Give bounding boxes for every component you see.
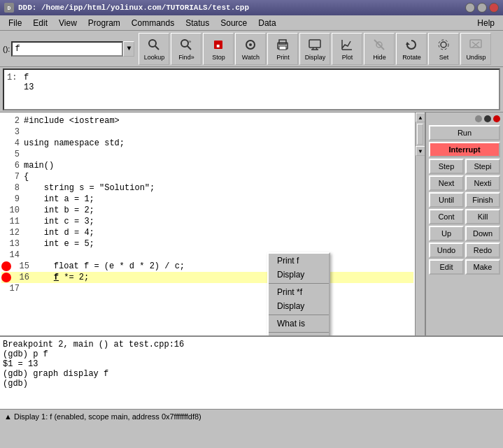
ctx-print-f[interactable]: Print f — [269, 254, 329, 268]
stop-button[interactable]: ■ Stop — [203, 33, 234, 65]
kill-button[interactable]: Kill — [465, 209, 500, 224]
code-line-12: 12 int d = 4; — [1, 227, 413, 238]
maximize-button[interactable] — [477, 3, 487, 13]
interrupt-button[interactable]: Interrupt — [429, 142, 500, 157]
expression-panel: 1: f 13 — [3, 68, 500, 110]
code-line-2: 2#include <iostream> — [1, 115, 413, 127]
command-dropdown[interactable]: ▼ — [123, 41, 134, 57]
menu-commands[interactable]: Commands — [126, 17, 180, 29]
display-icon — [307, 37, 323, 52]
find-label: Find» — [178, 54, 194, 61]
nexti-button[interactable]: Nexti — [465, 175, 500, 191]
display-button[interactable]: Display — [299, 33, 330, 65]
code-line-13: 13 int e = 5; — [1, 238, 413, 250]
menu-file[interactable]: File — [3, 17, 27, 29]
console-area[interactable]: Breakpoint 2, main () at test.cpp:16 (gd… — [0, 335, 503, 409]
command-input[interactable] — [11, 41, 123, 57]
menu-help[interactable]: Help — [472, 17, 500, 29]
finish-button[interactable]: Finish — [465, 192, 500, 208]
undisp-button[interactable]: Undisp — [460, 33, 491, 65]
command-input-area: (): ▼ — [3, 41, 134, 57]
hide-icon — [371, 37, 387, 52]
cont-button[interactable]: Cont — [429, 209, 464, 224]
line-num: 8 — [4, 182, 24, 194]
close-button[interactable] — [489, 3, 499, 13]
code-line-8: 8 string s = "Solution"; — [1, 182, 413, 194]
svg-text:■: ■ — [217, 43, 220, 49]
svg-text:D: D — [8, 5, 11, 11]
code-line-15: 15 float f = (e * d * 2) / c; — [1, 261, 413, 272]
line-num: 3 — [4, 127, 24, 138]
svg-rect-25 — [470, 40, 481, 48]
svg-marker-22 — [406, 42, 410, 45]
line-num: 10 — [4, 205, 24, 216]
lookup-button[interactable]: Lookup — [139, 33, 169, 65]
scroll-up-arrow[interactable]: ▲ — [416, 113, 425, 122]
up-button[interactable]: Up — [429, 226, 464, 241]
ctx-display-1[interactable]: Display — [269, 268, 329, 282]
watch-icon — [243, 37, 258, 52]
menu-status[interactable]: Status — [180, 17, 215, 29]
minimize-button[interactable] — [465, 3, 475, 13]
set-button[interactable]: Set — [428, 33, 459, 65]
line-num: 17 — [4, 283, 24, 294]
ctx-lookup-f[interactable]: Lookup f — [269, 334, 329, 335]
print-button[interactable]: Print — [267, 33, 298, 65]
app-icon: D — [4, 3, 14, 13]
down-button[interactable]: Down — [465, 226, 500, 241]
svg-rect-14 — [309, 40, 320, 48]
make-button[interactable]: Make — [465, 259, 500, 275]
line-content: main() — [24, 160, 413, 171]
line-num: 13 — [4, 238, 24, 250]
step-button[interactable]: Step — [429, 159, 464, 174]
toolbar: (): ▼ Lookup » Find» ■ — [0, 31, 503, 67]
console-line-5: (gdb) — [3, 379, 500, 389]
svg-rect-13 — [279, 46, 286, 50]
find-button[interactable]: » Find» — [171, 33, 201, 65]
rotate-button[interactable]: Rotate — [396, 33, 427, 65]
menu-data[interactable]: Data — [253, 17, 281, 29]
svg-point-23 — [441, 42, 446, 48]
menu-view[interactable]: View — [53, 17, 83, 29]
svg-text:»: » — [188, 38, 192, 45]
debug-panel-header — [429, 115, 500, 122]
main-area: 2#include <iostream>34using namespace st… — [0, 112, 503, 335]
undo-button[interactable]: Undo — [429, 243, 464, 258]
next-button[interactable]: Next — [429, 175, 464, 191]
svg-line-20 — [374, 40, 384, 50]
lookup-icon — [146, 37, 162, 52]
menu-edit[interactable]: Edit — [27, 17, 53, 29]
code-line-14: 14 — [1, 250, 413, 261]
watch-button[interactable]: Watch — [235, 33, 266, 65]
context-menu: Print f Display Print *f Display What is… — [267, 252, 330, 335]
line-content: int d = 4; — [24, 227, 413, 238]
hide-button[interactable]: Hide — [364, 33, 395, 65]
run-button[interactable]: Run — [429, 125, 500, 140]
expr-num-1: 1: — [7, 73, 24, 82]
until-button[interactable]: Until — [429, 192, 464, 208]
stepi-button[interactable]: Stepi — [465, 159, 500, 174]
scroll-down-arrow[interactable]: ▼ — [416, 146, 425, 156]
source-scrollbar[interactable]: ▲ ▼ — [415, 113, 425, 335]
menu-source[interactable]: Source — [215, 17, 253, 29]
menu-program[interactable]: Program — [83, 17, 126, 29]
svg-line-3 — [155, 46, 159, 50]
stop-label: Stop — [212, 54, 225, 61]
dp-dot-2 — [484, 115, 491, 122]
line-num: 9 — [4, 194, 24, 205]
source-area[interactable]: 2#include <iostream>34using namespace st… — [0, 113, 426, 335]
redo-button[interactable]: Redo — [465, 243, 500, 258]
code-line-9: 9 int a = 1; — [1, 194, 413, 205]
ctx-what-is[interactable]: What is — [269, 317, 329, 331]
edit-button[interactable]: Edit — [429, 259, 464, 275]
plot-button[interactable]: Plot — [332, 33, 362, 65]
dp-dot-1 — [475, 115, 482, 122]
scroll-thumb[interactable] — [417, 124, 423, 145]
console-line-2: (gdb) p f — [3, 349, 500, 359]
ctx-display-2[interactable]: Display — [269, 299, 329, 313]
code-line-6: 6main() — [1, 160, 413, 171]
dp-dot-close[interactable] — [493, 115, 500, 122]
code-line-16: 16 f *= 2; — [1, 272, 413, 283]
ctx-print-star-f[interactable]: Print *f — [269, 285, 329, 299]
svg-point-10 — [249, 43, 252, 46]
